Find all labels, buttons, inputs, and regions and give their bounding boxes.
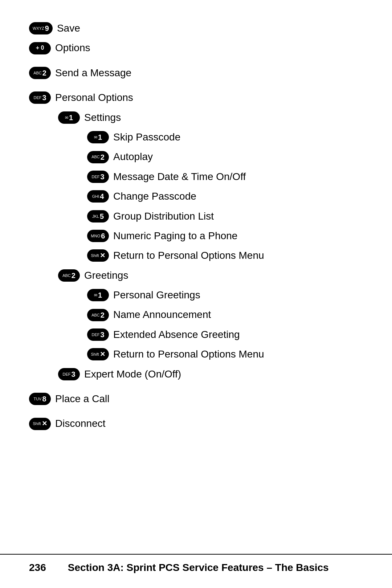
- page-content: WXYZ9Save+ 0OptionsABC2Send a MessageDEF…: [0, 0, 392, 459]
- menu-item-text: Disconnect: [55, 417, 106, 430]
- menu-item-text: Change Passcode: [113, 190, 196, 203]
- key-badge: ABC2: [87, 151, 109, 163]
- key-badge: ✉1: [87, 131, 109, 143]
- menu-item-text: Return to Personal Options Menu: [113, 249, 264, 262]
- menu-item-text: Expert Mode (On/Off): [84, 368, 181, 381]
- menu-item-text: Personal Options: [55, 91, 133, 104]
- menu-item-text: Message Date & Time On/Off: [113, 170, 246, 183]
- menu-item: DEF3Expert Mode (On/Off): [29, 368, 363, 381]
- menu-item-text: Autoplay: [113, 150, 153, 163]
- menu-item: Shift✕Disconnect: [29, 417, 363, 430]
- key-badge: TUV8: [29, 393, 51, 405]
- key-badge: GHI4: [87, 190, 109, 203]
- menu-item-text: Skip Passcode: [113, 131, 180, 144]
- key-badge: Shift✕: [29, 418, 51, 430]
- menu-item: WXYZ9Save: [29, 22, 363, 35]
- key-badge: + 0: [29, 42, 51, 54]
- key-badge: DEF3: [87, 171, 109, 183]
- menu-item-text: Save: [57, 22, 80, 35]
- menu-item: ✉1Personal Greetings: [29, 289, 363, 302]
- key-badge: ABC2: [29, 67, 51, 79]
- key-badge: ✉1: [58, 111, 80, 124]
- menu-item: + 0Options: [29, 41, 363, 54]
- menu-item-text: Numeric Paging to a Phone: [113, 229, 237, 242]
- menu-item: DEF3Message Date & Time On/Off: [29, 170, 363, 183]
- menu-item-text: Send a Message: [55, 66, 131, 79]
- footer-section-title: Section 3A: Sprint PCS Service Features …: [68, 555, 329, 573]
- footer: 236 Section 3A: Sprint PCS Service Featu…: [0, 554, 392, 573]
- menu-item: ABC2Name Announcement: [29, 308, 363, 321]
- key-badge: Shift✕: [87, 249, 109, 262]
- key-badge: ABC2: [58, 269, 80, 282]
- menu-item: ✉1Skip Passcode: [29, 131, 363, 144]
- menu-item: Shift✕Return to Personal Options Menu: [29, 249, 363, 262]
- menu-list: WXYZ9Save+ 0OptionsABC2Send a MessageDEF…: [29, 22, 363, 430]
- menu-item-text: Name Announcement: [113, 308, 211, 321]
- key-badge: DEF3: [29, 91, 51, 104]
- key-badge: Shift✕: [87, 348, 109, 360]
- menu-item: ABC2Send a Message: [29, 66, 363, 79]
- menu-item-text: Settings: [84, 111, 121, 124]
- menu-item: DEF3Personal Options: [29, 91, 363, 104]
- menu-item-text: Group Distribution List: [113, 210, 214, 223]
- menu-item-text: Personal Greetings: [113, 289, 200, 302]
- menu-item: MNO6Numeric Paging to a Phone: [29, 229, 363, 242]
- key-badge: DEF3: [87, 328, 109, 341]
- key-badge: ABC2: [87, 309, 109, 321]
- key-badge: MNO6: [87, 230, 109, 242]
- menu-item: GHI4Change Passcode: [29, 190, 363, 203]
- menu-item: Shift✕Return to Personal Options Menu: [29, 348, 363, 361]
- menu-item: ABC2Autoplay: [29, 150, 363, 163]
- menu-item-text: Greetings: [84, 269, 128, 282]
- footer-page-number: 236: [29, 555, 46, 573]
- menu-item-text: Return to Personal Options Menu: [113, 348, 264, 361]
- menu-item-text: Extended Absence Greeting: [113, 328, 240, 341]
- menu-item: TUV8Place a Call: [29, 392, 363, 405]
- menu-item-text: Options: [55, 41, 90, 54]
- key-badge: ✉1: [87, 289, 109, 301]
- menu-item: ABC2Greetings: [29, 269, 363, 282]
- menu-item: ✉1Settings: [29, 111, 363, 124]
- menu-item: JKL5Group Distribution List: [29, 210, 363, 223]
- key-badge: WXYZ9: [29, 22, 53, 34]
- key-badge: JKL5: [87, 210, 109, 222]
- key-badge: DEF3: [58, 368, 80, 380]
- menu-item-text: Place a Call: [55, 392, 109, 405]
- menu-item: DEF3Extended Absence Greeting: [29, 328, 363, 341]
